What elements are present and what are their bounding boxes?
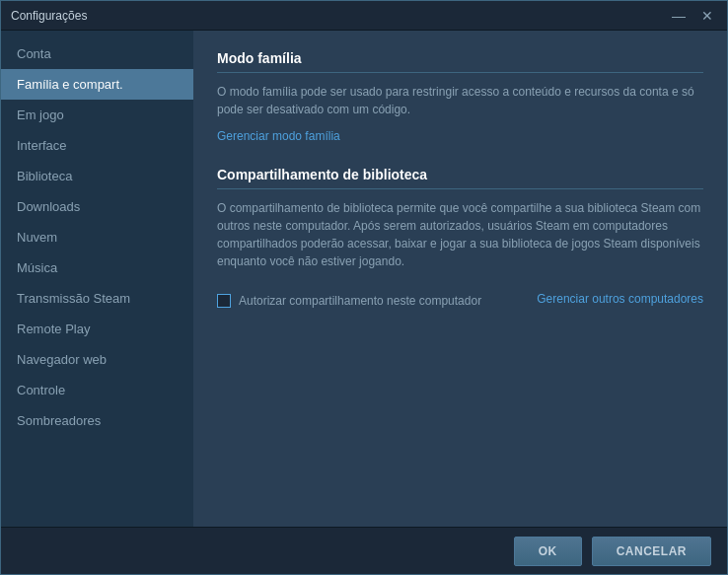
compartilhamento-controls-row: Autorizar compartilhamento neste computa… (217, 280, 703, 318)
cancel-button[interactable]: CANCELAR (592, 537, 711, 566)
sidebar-item-musica[interactable]: Música (1, 252, 193, 283)
compartilhamento-title: Compartilhamento de biblioteca (217, 167, 703, 189)
autorizar-checkbox-row: Autorizar compartilhamento neste computa… (217, 294, 481, 308)
gerenciar-modo-familia-link[interactable]: Gerenciar modo família (217, 129, 340, 143)
close-button[interactable]: ✕ (697, 7, 717, 25)
compartilhamento-text: O compartilhamento de biblioteca permite… (217, 199, 703, 270)
sidebar-item-controle[interactable]: Controle (1, 375, 193, 405)
sidebar-item-familia[interactable]: Família e compart. (1, 69, 193, 100)
ok-button[interactable]: OK (514, 537, 582, 566)
title-bar-controls: — ✕ (668, 7, 717, 25)
main-window: Configurações — ✕ Conta Família e compar… (0, 0, 728, 575)
sidebar-item-navegador[interactable]: Navegador web (1, 344, 193, 375)
sidebar-item-remoteplay[interactable]: Remote Play (1, 314, 193, 344)
content-area: Conta Família e compart. Em jogo Interfa… (1, 31, 727, 527)
autorizar-checkbox-label: Autorizar compartilhamento neste computa… (239, 294, 481, 308)
title-bar: Configurações — ✕ (1, 1, 727, 31)
sidebar-item-sombreadores[interactable]: Sombreadores (1, 405, 193, 436)
sidebar-item-emjogo[interactable]: Em jogo (1, 100, 193, 130)
minimize-button[interactable]: — (668, 7, 690, 25)
modo-familia-title: Modo família (217, 50, 703, 73)
sidebar-item-interface[interactable]: Interface (1, 130, 193, 161)
autorizar-checkbox[interactable] (217, 294, 231, 308)
sidebar-item-downloads[interactable]: Downloads (1, 191, 193, 222)
sidebar-item-biblioteca[interactable]: Biblioteca (1, 161, 193, 191)
sidebar: Conta Família e compart. Em jogo Interfa… (1, 31, 193, 527)
sidebar-item-nuvem[interactable]: Nuvem (1, 222, 193, 252)
modo-familia-section: Modo família O modo família pode ser usa… (217, 50, 703, 143)
sidebar-item-conta[interactable]: Conta (1, 38, 193, 69)
bottom-bar: OK CANCELAR (1, 527, 727, 574)
compartilhamento-section: Compartilhamento de biblioteca O compart… (217, 167, 703, 318)
window-title: Configurações (11, 9, 87, 23)
modo-familia-text: O modo família pode ser usado para restr… (217, 83, 703, 118)
sidebar-item-transmissao[interactable]: Transmissão Steam (1, 283, 193, 314)
main-content: Modo família O modo família pode ser usa… (193, 31, 727, 527)
gerenciar-computadores-link[interactable]: Gerenciar outros computadores (537, 292, 703, 306)
